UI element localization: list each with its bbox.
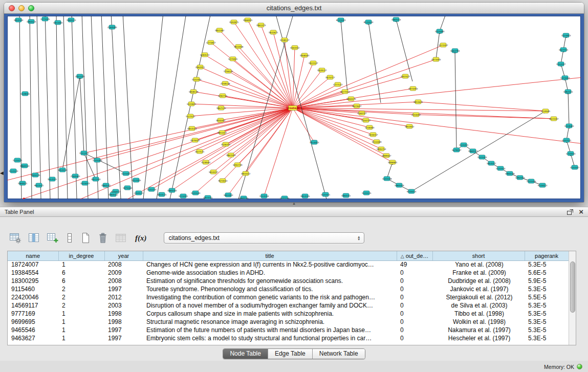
function-builder-button[interactable]: f(x) (135, 234, 147, 243)
column-header-out-de-[interactable]: △out_de… (397, 251, 432, 260)
table-row[interactable]: 969969511998Structural magnetic resonanc… (8, 318, 569, 326)
table-cell[interactable]: Wolkin et al. (1998) (432, 318, 525, 326)
zoom-window-button[interactable] (28, 5, 34, 11)
network-view[interactable]: 1724042718514621271847128357220620111432… (4, 14, 584, 202)
table-cell[interactable]: Franke et al. (2009) (432, 269, 525, 277)
close-panel-icon[interactable]: × (579, 208, 583, 215)
table-cell[interactable]: 5.6E-5 (525, 269, 569, 277)
table-scrollbar[interactable] (569, 251, 576, 345)
table-cell[interactable]: 2003 (104, 301, 143, 310)
table-cell[interactable]: 0 (397, 285, 432, 293)
float-panel-icon[interactable] (567, 209, 574, 215)
table-cell[interactable]: Dudbridge et al. (2008) (432, 277, 525, 285)
rows-icon[interactable] (66, 232, 74, 244)
graph-edge[interactable] (231, 108, 293, 155)
table-cell[interactable]: 0 (397, 301, 432, 310)
graph-edge[interactable] (293, 77, 330, 108)
table-cell[interactable]: 2009 (104, 269, 143, 277)
table-cell[interactable]: 49 (397, 260, 432, 269)
table-cell[interactable]: 0 (397, 334, 432, 342)
graph-edge[interactable] (197, 79, 293, 108)
table-cell[interactable]: Tourette syndrome. Phenomenology and cla… (143, 285, 397, 293)
tab-edge-table[interactable]: Edge Table (268, 349, 312, 359)
table-cell[interactable]: 5.3E-5 (525, 310, 569, 318)
graph-edge[interactable] (293, 108, 409, 126)
table-cell[interactable]: Hescheler et al. (1997) (432, 334, 525, 342)
panel-divider[interactable]: ▴ (0, 202, 588, 207)
graph-edge[interactable] (273, 32, 293, 108)
graph-edge[interactable] (455, 51, 456, 150)
table-row[interactable]: 946362711997Embryonic stem cells: a mode… (8, 334, 569, 342)
table-cell[interactable]: 9465546 (8, 326, 58, 334)
table-cell[interactable]: 22420046 (8, 293, 58, 301)
table-cell[interactable]: 0 (397, 277, 432, 285)
table-cell[interactable]: 6 (58, 269, 104, 277)
graph-edge[interactable] (233, 59, 293, 108)
table-cell[interactable]: Tibbo et al. (1998) (432, 310, 525, 318)
graph-edge[interactable] (56, 16, 58, 199)
graph-edge[interactable] (440, 16, 446, 31)
graph-edge[interactable] (30, 16, 32, 199)
table-row[interactable]: 2242004622012Investigating the contribut… (8, 293, 569, 301)
graph-edge[interactable] (341, 20, 347, 93)
table-cell[interactable]: Genome-wide association studies in ADHD. (143, 269, 397, 277)
graph-edge[interactable] (293, 108, 416, 115)
graph-edge[interactable] (191, 104, 293, 108)
column-header-title[interactable]: title (143, 251, 397, 260)
table-cell[interactable]: Yano et al. (2008) (432, 260, 525, 269)
graph-edge[interactable] (238, 47, 293, 108)
graph-edge[interactable] (45, 16, 50, 199)
new-document-icon[interactable] (80, 232, 91, 244)
graph-edge[interactable] (293, 45, 443, 108)
column-header-name[interactable]: name (8, 251, 58, 260)
table-cell[interactable]: 2 (58, 285, 104, 293)
table-cell[interactable]: Stergiakouli et al. (2012) (432, 293, 525, 301)
table-cell[interactable]: 5.3E-5 (525, 318, 569, 326)
table-cell[interactable]: 0 (397, 326, 432, 334)
table-cell[interactable]: 5.3E-5 (525, 285, 569, 293)
table-cell[interactable]: 0 (397, 310, 432, 318)
graph-edge[interactable] (213, 108, 293, 172)
table-cell[interactable]: 14569117 (8, 301, 58, 310)
table-cell[interactable]: Disruption of a novel member of a sodium… (143, 301, 397, 310)
table-cell[interactable]: 5.3E-5 (525, 260, 569, 269)
table-cell[interactable]: 0 (397, 269, 432, 277)
graph-edge[interactable] (84, 153, 126, 173)
table-row[interactable]: 1830029562008Estimation of significance … (8, 277, 569, 285)
graph-edge[interactable] (115, 108, 293, 199)
table-cell[interactable]: 9699695 (8, 318, 58, 326)
column-header-in-degree[interactable]: in_degree (58, 251, 104, 260)
table-mode-icon[interactable] (9, 232, 21, 244)
table-cell[interactable]: Structural magnetic resonance image aver… (143, 318, 397, 326)
graph-edge[interactable] (228, 108, 293, 195)
table-cell[interactable]: 1 (58, 310, 104, 318)
table-cell[interactable]: 2 (58, 301, 104, 310)
graph-edge[interactable] (84, 153, 96, 179)
table-cell[interactable]: 2012 (104, 293, 143, 301)
table-cell[interactable]: 5.3E-5 (525, 301, 569, 310)
graph-edge[interactable] (205, 55, 293, 108)
table-cell[interactable]: 0 (397, 318, 432, 326)
table-cell[interactable]: 19384554 (8, 269, 58, 277)
table-cell[interactable]: 6 (58, 277, 104, 285)
table-cell[interactable]: 18724007 (8, 260, 58, 269)
table-row[interactable]: 1872400712008Changes of HCN gene express… (8, 260, 569, 269)
table-cell[interactable]: Nakamura et al. (1997) (432, 326, 525, 334)
table-row[interactable]: 946554611997Estimation of the future num… (8, 326, 569, 334)
table-cell[interactable]: 5.5E-5 (525, 293, 569, 301)
graph-edge[interactable] (143, 16, 163, 199)
graph-edge[interactable] (568, 92, 569, 126)
table-cell[interactable]: 9115460 (8, 285, 58, 293)
graph-edge[interactable] (157, 16, 186, 199)
scrollbar-thumb[interactable] (570, 261, 575, 313)
table-row[interactable]: 1938455462009Genome-wide association stu… (8, 269, 569, 277)
table-cell[interactable]: Estimation of the future numbers of pati… (143, 326, 397, 334)
table-cell[interactable]: 1 (58, 318, 104, 326)
graph-edge[interactable] (101, 16, 108, 199)
column-header-short[interactable]: short (432, 251, 525, 260)
table-cell[interactable]: 5.3E-5 (525, 326, 569, 334)
graph-edge[interactable] (416, 115, 554, 119)
network-file-dropdown[interactable]: citations_edges.txt ▲▼ (164, 232, 364, 244)
table-cell[interactable]: 9463627 (8, 334, 58, 342)
graph-edge[interactable] (111, 16, 121, 199)
